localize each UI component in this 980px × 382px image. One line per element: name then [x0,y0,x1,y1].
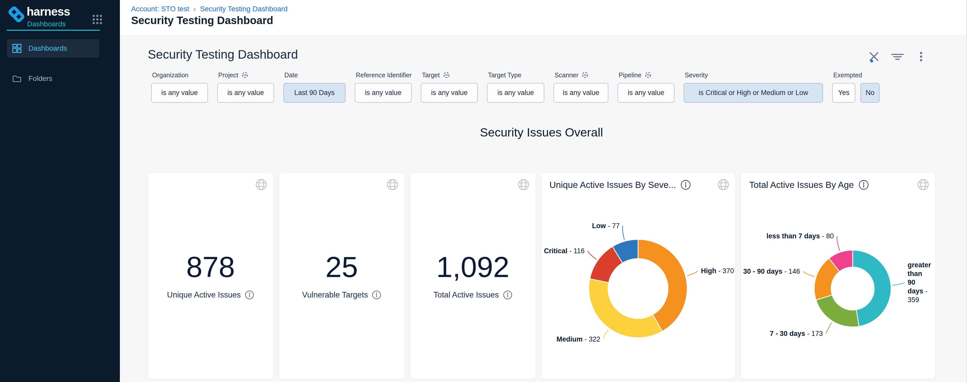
filter-label: Target [422,71,439,79]
donut-slice-greater-than-90-days[interactable] [853,250,891,327]
callout-leader-line [826,323,832,334]
filter-date: DateLast 90 Days [283,71,345,103]
breadcrumb: Account: STO test › Security Testing Das… [131,5,288,13]
callout-leader-line [623,226,624,240]
globe-icon[interactable] [917,179,929,190]
filter-target: Targetis any value [421,71,478,103]
breadcrumb-account-link[interactable]: Account: STO test [131,5,189,13]
info-icon[interactable] [245,290,254,300]
filter-value-chip[interactable]: Last 90 Days [283,83,345,103]
donut-slice-7-30-days[interactable] [816,295,859,327]
globe-icon[interactable] [718,179,729,190]
chart-card-total-active-issues-by-age: Total Active Issues By Agegreaterthan90d… [741,173,935,379]
donut-slice-label: 7 - 30 days - 173 [770,330,823,338]
filter-severity: Severityis Critical or High or Medium or… [684,71,823,103]
chart-title: Unique Active Issues By Seve... [549,180,676,190]
donut-slice-label: 90 [907,279,915,286]
filter-value-chip[interactable]: is any value [617,83,675,103]
breadcrumb-dashboard-link[interactable]: Security Testing Dashboard [200,5,288,13]
exempted-yes-button[interactable]: Yes [832,83,855,103]
donut-slice-label: less than 7 days - 80 [767,232,834,240]
filter-label: Severity [685,71,708,79]
info-icon[interactable] [372,290,381,300]
donut-slice-medium[interactable] [589,279,662,338]
chart-card-unique-active-issues-by-seve-: Unique Active Issues By Seve...High - 37… [541,173,735,379]
kebab-menu-icon[interactable] [915,51,927,63]
callout-leader-line [687,271,698,276]
callout-leader-line [837,236,840,250]
link-icon [581,71,589,79]
filter-label: Reference Identifier [356,71,412,79]
sidebar-item-label: Dashboards [29,44,67,52]
filter-label: Date [284,71,298,79]
sidebar: harness Dashboards Dashboards [0,0,120,382]
sidebar-nav: Dashboards Folders [7,39,99,100]
dashboard-toolbar [868,51,927,63]
donut-slice-label: Medium - 322 [557,335,600,343]
folder-icon [12,74,22,84]
dashboard-title: Security Testing Dashboard [148,48,298,62]
link-icon [241,71,248,79]
sidebar-item-label: Folders [29,74,52,83]
filter-label: Scanner [555,71,578,79]
info-icon[interactable] [859,180,869,190]
dashboards-grid-icon [12,44,22,53]
exempted-no-button[interactable]: No [861,83,880,103]
filter-value-chip[interactable]: is any value [151,83,208,103]
donut-slice-label: 30 - 90 days - 146 [743,268,800,275]
breadcrumb-chevron-icon: › [193,5,196,13]
stat-value: 1,092 [436,252,509,282]
globe-icon[interactable] [255,179,267,190]
donut-slice-label: Critical - 116 [544,247,585,255]
filter-label: Pipeline [619,71,641,79]
top-header: Account: STO test › Security Testing Das… [120,0,980,35]
section-title: Security Issues Overall [148,125,935,139]
brand-wordmark: harness [27,5,70,18]
page-title: Security Testing Dashboard [131,14,273,27]
link-icon [644,71,652,79]
filter-value-chip[interactable]: is any value [487,83,544,103]
filter-organization: Organizationis any value [151,71,208,103]
stat-value: 878 [186,252,235,282]
filter-pipeline: Pipelineis any value [617,71,675,103]
stat-value: 25 [326,252,358,282]
sidebar-item-folders[interactable]: Folders [7,70,99,88]
callout-leader-line [603,330,608,339]
filter-target-type: Target Typeis any value [487,71,544,103]
cursor-dot [870,60,873,62]
stat-card-total-active-issues: 1,092Total Active Issues [410,173,536,379]
info-icon[interactable] [681,180,691,190]
donut-slice-label: High - 370 [701,267,734,275]
donut-slice-label: Low - 77 [592,222,620,230]
filter-label: Target Type [488,71,521,79]
info-icon[interactable] [503,290,512,300]
stat-label: Vulnerable Targets [302,290,368,300]
filter-value-chip[interactable]: is any value [421,83,478,103]
link-icon [443,71,450,79]
filter-scanner: Scanneris any value [554,71,608,103]
vertical-scrollbar[interactable] [966,0,980,382]
harness-logo[interactable]: harness Dashboards [7,4,113,29]
filter-label: Exempted [833,71,862,79]
donut-slice-label: greater [907,261,931,269]
globe-icon[interactable] [387,179,398,190]
callout-leader-line [803,271,815,276]
filter-icon[interactable] [891,51,904,63]
donut-chart: High - 370Medium - 322Critical - 116Low … [541,195,735,376]
app-grid-icon[interactable] [91,13,104,26]
donut-slice-label: than [907,270,922,277]
stat-card-vulnerable-targets: 25Vulnerable Targets [279,173,404,379]
stat-label: Total Active Issues [433,290,499,300]
filter-value-chip[interactable]: is any value [217,83,274,103]
globe-icon[interactable] [518,179,530,190]
filters-row: Organizationis any valueProjectis any va… [151,71,880,103]
filter-value-chip[interactable]: is any value [554,83,608,103]
filter-value-chip[interactable]: is any value [355,83,412,103]
close-icon[interactable] [868,51,880,63]
product-name: Dashboards [27,20,66,28]
filter-project: Projectis any value [217,71,274,103]
filter-exempted: ExemptedYesNo [832,71,880,103]
filter-value-chip[interactable]: is Critical or High or Medium or Low [684,83,823,103]
sidebar-item-dashboards[interactable]: Dashboards [7,39,99,58]
dashboard-main: Security Testing Dashboard Organizationi… [120,35,966,382]
